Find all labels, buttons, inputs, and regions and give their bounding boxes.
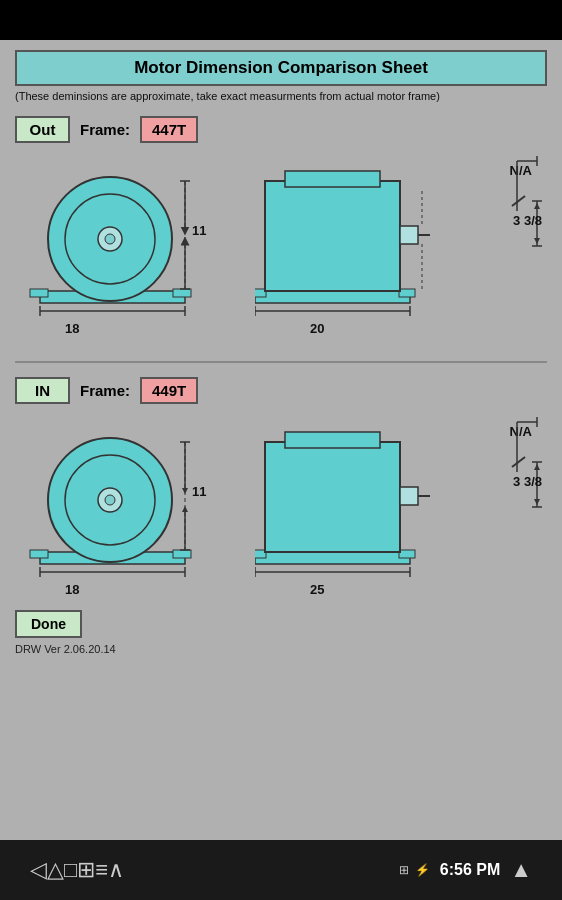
svg-marker-47: [182, 488, 188, 494]
version-label: DRW Ver 2.06.20.14: [15, 643, 547, 655]
svg-rect-20: [400, 226, 418, 244]
svg-point-42: [105, 495, 115, 505]
dim-height-2: 11: [192, 484, 206, 499]
section-1: Out Frame: 447T: [0, 112, 562, 351]
status-icons: ⊞ ⚡: [399, 863, 430, 877]
page-title: Motor Dimension Comparison Sheet: [15, 50, 547, 86]
svg-rect-55: [399, 550, 415, 558]
svg-marker-35: [534, 238, 540, 244]
frame-label-1: Frame:: [80, 121, 130, 138]
section-2: IN Frame: 449T: [0, 373, 562, 665]
dim-front-width-2: 25: [310, 582, 324, 597]
svg-rect-19: [285, 171, 380, 187]
home-button[interactable]: △: [47, 857, 64, 883]
wifi-icon: ▲: [510, 857, 532, 883]
dim-shaft-length-1: 3 3/8: [513, 213, 542, 228]
menu-button[interactable]: ≡: [95, 857, 108, 883]
svg-marker-71: [534, 499, 540, 505]
svg-line-30: [512, 196, 525, 206]
back-button[interactable]: ◁: [30, 857, 47, 883]
dim-shaft-1: N/A: [510, 163, 532, 178]
dim-shaft-2: N/A: [510, 424, 532, 439]
status-area: ⊞ ⚡ 6:56 PM ▲: [399, 857, 532, 883]
subtitle-text: (These deminsions are approximate, take …: [15, 90, 547, 102]
svg-rect-56: [265, 442, 400, 552]
dim-front-width-1: 20: [310, 321, 324, 336]
time-display: 6:56 PM: [440, 861, 500, 879]
svg-marker-70: [534, 464, 540, 470]
svg-line-66: [512, 457, 525, 467]
motor-side-view-2: [25, 422, 195, 582]
svg-rect-15: [255, 291, 410, 303]
dim-shaft-length-2: 3 3/8: [513, 474, 542, 489]
direction-label-2: IN: [15, 377, 70, 404]
navigation-bar: ◁ △ □ ⊞ ≡ ∧ ⊞ ⚡ 6:56 PM ▲: [0, 840, 562, 900]
dim-width-1: 18: [65, 321, 79, 336]
frame-label-2: Frame:: [80, 382, 130, 399]
svg-rect-58: [400, 487, 418, 505]
motor-front-view-1: [255, 161, 430, 321]
diagram-1: 11 18: [15, 151, 547, 341]
signal-icon: ⊞: [399, 863, 409, 877]
up-button[interactable]: ∧: [108, 857, 124, 883]
svg-rect-53: [255, 552, 410, 564]
svg-marker-49: [182, 506, 188, 512]
footer: Done DRW Ver 2.06.20.14: [15, 610, 547, 655]
svg-marker-34: [534, 203, 540, 209]
motor-front-view-2: [255, 422, 430, 582]
direction-label-1: Out: [15, 116, 70, 143]
svg-rect-1: [30, 289, 48, 297]
section-2-header: IN Frame: 449T: [15, 377, 547, 404]
section-divider: [15, 361, 547, 363]
frame-value-2: 449T: [140, 377, 198, 404]
grid-button[interactable]: ⊞: [77, 857, 95, 883]
dim-height-1: 11: [192, 223, 206, 238]
recent-button[interactable]: □: [64, 857, 77, 883]
svg-rect-38: [173, 550, 191, 558]
motor-side-view-1: [25, 161, 195, 321]
svg-rect-57: [285, 432, 380, 448]
done-button[interactable]: Done: [15, 610, 82, 638]
svg-rect-37: [30, 550, 48, 558]
usb-icon: ⚡: [415, 863, 430, 877]
svg-point-6: [105, 234, 115, 244]
frame-value-1: 447T: [140, 116, 198, 143]
svg-rect-2: [173, 289, 191, 297]
section-1-header: Out Frame: 447T: [15, 116, 547, 143]
diagram-2: 11 18 25 N/A: [15, 412, 547, 602]
svg-rect-18: [265, 181, 400, 291]
dim-width-2: 18: [65, 582, 79, 597]
svg-rect-17: [399, 289, 415, 297]
